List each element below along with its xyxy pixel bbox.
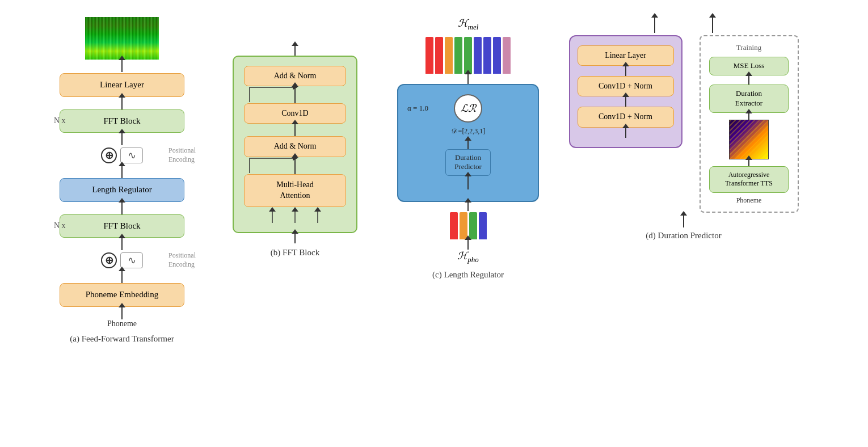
section-a: Linear Layer N x FFT Block ⊕ ∿ Positiona… (17, 11, 227, 344)
caption-a: (a) Feed-Forward Transformer (70, 334, 174, 344)
bar-3 (445, 37, 453, 74)
section-d: Linear Layer Conv1D + Norm Conv1D + Norm… (562, 11, 806, 241)
nx-label-top: N x (54, 116, 66, 125)
pe-label-top: PositionalEncoding (168, 146, 196, 164)
nx-label-bottom: N x (54, 221, 66, 230)
pe-symbol-bottom: ∿ (120, 252, 143, 268)
svg-marker-3 (292, 207, 298, 212)
h-pho-sub: pho (467, 255, 479, 264)
pho-bar-4 (479, 212, 487, 239)
alpha-label: α = 1.0 (407, 104, 428, 113)
arrow-d-mse (748, 75, 749, 85)
arrow-d-2 (625, 96, 626, 107)
pe-group-bottom: ⊕ ∿ (101, 252, 143, 268)
arrow-d-1 (625, 66, 626, 76)
phoneme-label-d: Phoneme (736, 196, 762, 205)
arrow-b-top (294, 45, 296, 56)
bar-6 (474, 37, 482, 74)
add-circle-top: ⊕ (101, 147, 117, 163)
bar-2 (435, 37, 443, 74)
caption-b: (b) FFT Block (271, 248, 319, 258)
duration-d-label: 𝒟 =[2,2,3,1] (451, 127, 486, 136)
autoregressive-tts: Autoregressive Transformer TTS (709, 166, 789, 193)
arrow-pe-bottom (121, 271, 123, 283)
arrow-d-3 (625, 128, 626, 138)
section-b: Add & Norm Conv1D Add & Nor (216, 11, 374, 258)
h-mel-label: ℋmel (458, 17, 479, 32)
arrow-c-pho (467, 239, 469, 250)
arrow-d-left-top (654, 17, 655, 33)
training-section: Training MSE Loss Duration Extractor Aut… (700, 35, 799, 213)
feedback-svg-top (244, 86, 346, 103)
lr-outer: α = 1.0 ℒℛ 𝒟 =[2,2,3,1] Duration Predict… (397, 84, 539, 203)
h-pho-label: ℋpho (457, 250, 479, 264)
arrow-pe-top (121, 166, 123, 178)
bar-1 (425, 37, 433, 74)
arrow-fft-top (121, 133, 123, 145)
arrow-c-mid (467, 202, 469, 211)
bar-8 (493, 37, 501, 74)
multi-arrows-svg (244, 207, 346, 223)
bar-5 (464, 37, 472, 74)
pe-label-bottom: PositionalEncoding (168, 251, 196, 269)
bar-4 (454, 37, 462, 74)
arrow-phoneme (121, 307, 123, 319)
arrow-d-mat (748, 159, 749, 166)
training-label: Training (736, 43, 761, 52)
phoneme-label-a: Phoneme (107, 319, 137, 328)
arrow-c-top (467, 74, 469, 84)
training-outer: Training MSE Loss Duration Extractor Aut… (700, 35, 799, 213)
arrow-c-lr (467, 140, 469, 149)
main-container: Linear Layer N x FFT Block ⊕ ∿ Positiona… (0, 0, 868, 447)
col-a: Linear Layer N x FFT Block ⊕ ∿ Positiona… (31, 17, 213, 328)
bar-7 (483, 37, 491, 74)
arrow-d-de (748, 113, 749, 120)
pe-group-top: ⊕ ∿ (101, 147, 143, 163)
matrix-img (729, 120, 769, 159)
caption-d: (d) Duration Predictor (646, 231, 721, 241)
lr-circle: ℒℛ (454, 94, 482, 123)
section-c: ℋmel α = 1.0 ℒℛ 𝒟 =[2,2,3,1] (380, 11, 556, 280)
mel-color-bars (425, 34, 511, 74)
pe-symbol-top: ∿ (120, 147, 143, 163)
d-content-row: Linear Layer Conv1D + Norm Conv1D + Norm… (569, 35, 799, 213)
arrow-lr (121, 202, 123, 214)
arrow-b-bottom-out (294, 233, 296, 243)
arrow-d-right-top (712, 17, 713, 33)
arrow-spectrogram (121, 60, 123, 72)
caption-c: (c) Length Regulator (432, 270, 504, 280)
svg-marker-5 (314, 207, 321, 212)
svg-marker-1 (269, 207, 276, 212)
arrow-c-dp (467, 176, 469, 189)
fft-outer: Add & Norm Conv1D Add & Nor (233, 56, 357, 233)
arrows-b-bottom (244, 207, 346, 223)
feedback-svg-bottom (244, 157, 346, 174)
arrow-d-bottom (683, 215, 684, 227)
spectrogram-image (85, 17, 159, 60)
bar-9 (503, 37, 511, 74)
arrow-b-2 (294, 124, 296, 136)
pho-bar-1 (450, 212, 458, 239)
dp-outer: Linear Layer Conv1D + Norm Conv1D + Norm (569, 35, 682, 148)
arrow-linear (121, 97, 123, 109)
arrow-fft-bottom (121, 238, 123, 250)
add-circle-bottom: ⊕ (101, 252, 117, 268)
h-mel-sub: mel (468, 23, 479, 31)
multi-head-attention: Multi-Head Attention (244, 174, 346, 207)
